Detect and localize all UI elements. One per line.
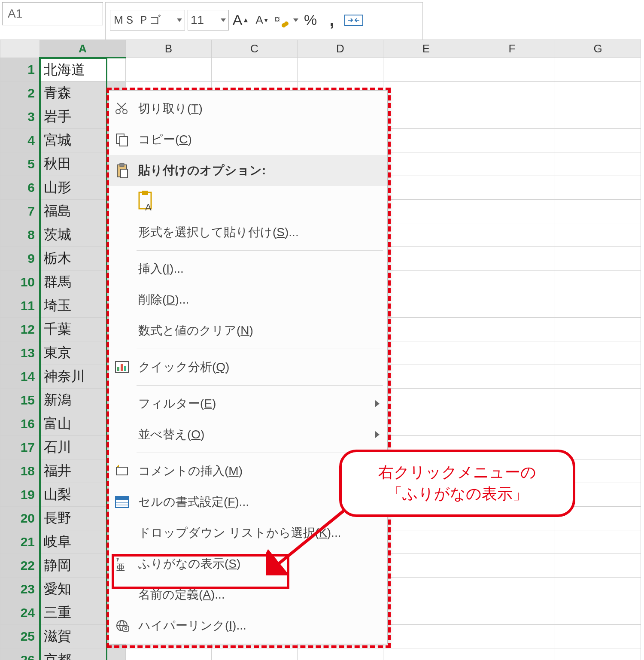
- cell-E9[interactable]: [383, 247, 469, 271]
- menu-delete[interactable]: 削除(D)...: [109, 284, 387, 315]
- row-header-12[interactable]: 12: [0, 318, 40, 341]
- cell-E21[interactable]: [383, 530, 469, 554]
- menu-paste-options[interactable]: 貼り付けのオプション:: [109, 155, 387, 186]
- cell-D26[interactable]: [298, 648, 383, 660]
- cell-G26[interactable]: [555, 648, 641, 660]
- cell-G8[interactable]: [555, 223, 641, 247]
- row-header-18[interactable]: 18: [0, 459, 40, 483]
- row-header-26[interactable]: 26: [0, 648, 40, 660]
- cell-F22[interactable]: [469, 554, 555, 578]
- cell-E4[interactable]: [383, 129, 469, 152]
- cell-A1[interactable]: 北海道: [40, 58, 126, 82]
- cell-E25[interactable]: [383, 625, 469, 648]
- cell-G21[interactable]: [555, 530, 641, 554]
- cell-F23[interactable]: [469, 578, 555, 601]
- cell-E22[interactable]: [383, 554, 469, 578]
- decrease-font-icon[interactable]: A▼: [253, 8, 272, 33]
- row-header-25[interactable]: 25: [0, 625, 40, 648]
- cell-E15[interactable]: [383, 389, 469, 412]
- menu-filter[interactable]: フィルター(E): [109, 388, 387, 419]
- cell-E24[interactable]: [383, 601, 469, 625]
- cell-G14[interactable]: [555, 365, 641, 389]
- col-header-C[interactable]: C: [212, 40, 298, 58]
- menu-insert[interactable]: 挿入(I)...: [109, 253, 387, 284]
- cell-E13[interactable]: [383, 341, 469, 365]
- cell-F24[interactable]: [469, 601, 555, 625]
- cell-F11[interactable]: [469, 294, 555, 318]
- cell-E1[interactable]: [383, 58, 469, 82]
- row-header-16[interactable]: 16: [0, 412, 40, 436]
- cell-F5[interactable]: [469, 152, 555, 176]
- col-header-G[interactable]: G: [555, 40, 641, 58]
- menu-paste-special[interactable]: 形式を選択して貼り付け(S)...: [109, 217, 387, 248]
- cell-E6[interactable]: [383, 176, 469, 200]
- cell-F26[interactable]: [469, 648, 555, 660]
- row-header-1[interactable]: 1: [0, 58, 40, 82]
- col-header-A[interactable]: A: [40, 40, 126, 58]
- cell-G12[interactable]: [555, 318, 641, 341]
- cell-G11[interactable]: [555, 294, 641, 318]
- cell-F15[interactable]: [469, 389, 555, 412]
- row-header-14[interactable]: 14: [0, 365, 40, 389]
- cell-E10[interactable]: [383, 271, 469, 294]
- cell-E11[interactable]: [383, 294, 469, 318]
- cell-G5[interactable]: [555, 152, 641, 176]
- menu-define-name[interactable]: 名前の定義(A)...: [109, 579, 387, 610]
- cell-G6[interactable]: [555, 176, 641, 200]
- cell-G9[interactable]: [555, 247, 641, 271]
- cell-F9[interactable]: [469, 247, 555, 271]
- row-header-19[interactable]: 19: [0, 483, 40, 507]
- menu-copy[interactable]: コピー(C): [109, 124, 387, 155]
- col-header-E[interactable]: E: [383, 40, 469, 58]
- cell-F2[interactable]: [469, 82, 555, 105]
- cell-F4[interactable]: [469, 129, 555, 152]
- row-header-5[interactable]: 5: [0, 152, 40, 176]
- cell-F7[interactable]: [469, 200, 555, 223]
- cell-E16[interactable]: [383, 412, 469, 436]
- row-header-8[interactable]: 8: [0, 223, 40, 247]
- col-header-D[interactable]: D: [298, 40, 383, 58]
- cell-G2[interactable]: [555, 82, 641, 105]
- cell-D1[interactable]: [298, 58, 383, 82]
- name-box[interactable]: A1: [2, 2, 103, 25]
- cell-F3[interactable]: [469, 105, 555, 129]
- select-all-corner[interactable]: [0, 40, 40, 58]
- row-header-23[interactable]: 23: [0, 578, 40, 601]
- col-header-F[interactable]: F: [469, 40, 555, 58]
- font-name-select[interactable]: ＭＳ Ｐゴ: [110, 10, 185, 30]
- cell-E23[interactable]: [383, 578, 469, 601]
- cell-E5[interactable]: [383, 152, 469, 176]
- row-header-7[interactable]: 7: [0, 200, 40, 223]
- col-header-B[interactable]: B: [126, 40, 212, 58]
- cell-G10[interactable]: [555, 271, 641, 294]
- row-header-4[interactable]: 4: [0, 129, 40, 152]
- cell-G7[interactable]: [555, 200, 641, 223]
- merge-icon[interactable]: [344, 8, 364, 33]
- row-header-2[interactable]: 2: [0, 82, 40, 105]
- cell-G1[interactable]: [555, 58, 641, 82]
- cell-F25[interactable]: [469, 625, 555, 648]
- menu-cut[interactable]: 切り取り(T): [109, 93, 387, 124]
- cell-C1[interactable]: [212, 58, 298, 82]
- paste-option-default[interactable]: A: [137, 186, 387, 217]
- cell-E14[interactable]: [383, 365, 469, 389]
- menu-hyperlink[interactable]: ハイパーリンク(I)...: [109, 610, 387, 641]
- row-header-22[interactable]: 22: [0, 554, 40, 578]
- row-header-6[interactable]: 6: [0, 176, 40, 200]
- cell-A26[interactable]: 京都: [40, 648, 126, 660]
- cell-E3[interactable]: [383, 105, 469, 129]
- cell-F6[interactable]: [469, 176, 555, 200]
- currency-icon[interactable]: ¤: [274, 8, 298, 33]
- cell-E12[interactable]: [383, 318, 469, 341]
- row-header-17[interactable]: 17: [0, 436, 40, 459]
- row-header-3[interactable]: 3: [0, 105, 40, 129]
- cell-G23[interactable]: [555, 578, 641, 601]
- cell-B1[interactable]: [126, 58, 212, 82]
- cell-F13[interactable]: [469, 341, 555, 365]
- row-header-15[interactable]: 15: [0, 389, 40, 412]
- cell-G13[interactable]: [555, 341, 641, 365]
- cell-F10[interactable]: [469, 271, 555, 294]
- cell-G16[interactable]: [555, 412, 641, 436]
- font-size-select[interactable]: 11: [188, 10, 229, 30]
- cell-F21[interactable]: [469, 530, 555, 554]
